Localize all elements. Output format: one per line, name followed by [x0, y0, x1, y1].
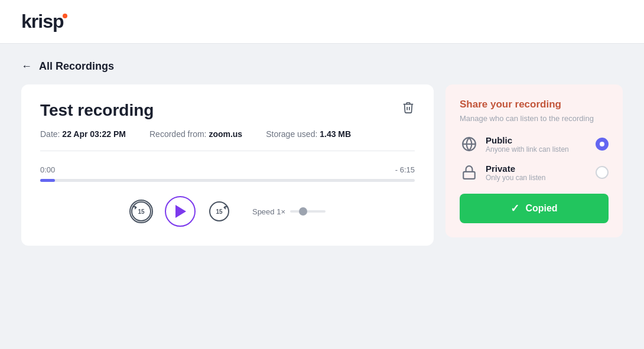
forward-button[interactable]: 15 [207, 200, 231, 223]
private-info: Private Only you can listen [486, 164, 588, 182]
play-button[interactable] [165, 196, 196, 227]
recording-date: Date: 22 Apr 03:22 PM [40, 129, 126, 139]
recording-storage: Storage used: 1.43 MB [266, 129, 351, 139]
public-desc: Anyone with link can listen [486, 145, 588, 154]
speed-label: Speed 1× [252, 207, 285, 216]
public-info: Public Anyone with link can listen [486, 135, 588, 154]
option-public[interactable]: Public Anyone with link can listen [460, 135, 609, 154]
public-radio[interactable] [596, 138, 609, 151]
time-current: 0:00 [40, 165, 55, 174]
private-name: Private [486, 164, 588, 174]
speed-slider[interactable] [290, 210, 326, 213]
time-total: - 6:15 [395, 165, 415, 174]
rewind-button[interactable]: 15 [129, 200, 153, 223]
play-icon [175, 205, 186, 218]
logo-dot [63, 14, 67, 18]
recording-meta: Date: 22 Apr 03:22 PM Recorded from: zoo… [40, 129, 415, 139]
option-private[interactable]: Private Only you can listen [460, 163, 609, 182]
svg-rect-6 [463, 172, 475, 179]
main-layout: Test recording Date: 22 Apr 03:22 PM [21, 84, 623, 246]
all-recordings-label: All Recordings [39, 60, 114, 73]
header: krisp [0, 0, 644, 44]
share-panel: Share your recording Manage who can list… [445, 84, 623, 237]
back-nav[interactable]: ← All Recordings [21, 60, 623, 73]
recording-title: Test recording [40, 101, 154, 120]
recording-card-header: Test recording [40, 101, 415, 120]
logo: krisp [21, 11, 67, 32]
copied-label: Copied [525, 203, 557, 214]
share-title: Share your recording [460, 99, 609, 110]
logo-text: krisp [21, 11, 63, 32]
copied-button[interactable]: ✓ Copied [460, 194, 609, 223]
progress-bar-fill [40, 179, 55, 182]
progress-bar[interactable] [40, 179, 415, 182]
public-icon [460, 135, 479, 154]
public-name: Public [486, 135, 588, 145]
share-subtitle: Manage who can listen to the recording [460, 114, 609, 123]
back-arrow-icon: ← [21, 60, 32, 73]
delete-button[interactable] [402, 101, 415, 114]
private-radio[interactable] [596, 166, 609, 179]
player-times: 0:00 - 6:15 [40, 165, 415, 174]
recording-card: Test recording Date: 22 Apr 03:22 PM [21, 84, 434, 246]
svg-text:15: 15 [138, 208, 145, 215]
svg-text:15: 15 [216, 208, 223, 215]
private-icon [460, 163, 479, 182]
check-icon: ✓ [510, 202, 519, 215]
speed-control: Speed 1× [252, 207, 326, 216]
private-desc: Only you can listen [486, 174, 588, 182]
audio-controls: 15 15 [40, 196, 415, 227]
content-area: ← All Recordings Test recording Da [0, 44, 644, 262]
divider [40, 151, 415, 151]
recording-source: Recorded from: zoom.us [149, 129, 242, 139]
